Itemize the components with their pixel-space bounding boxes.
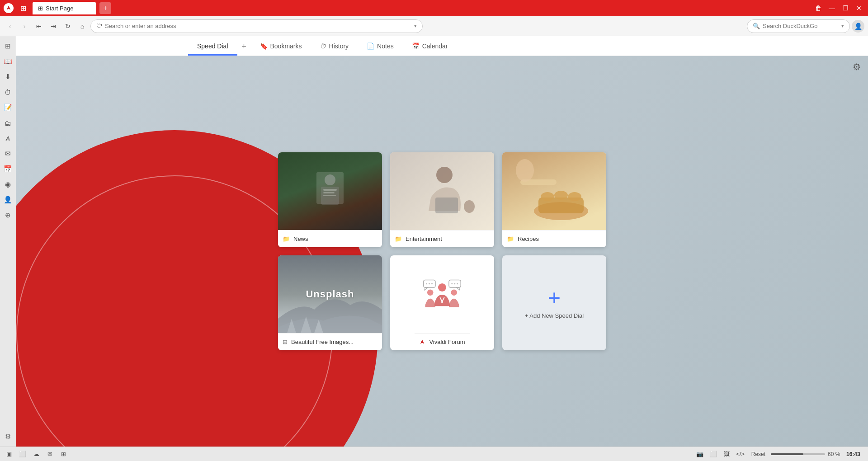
- sidebar-item-history[interactable]: ⏱: [1, 85, 15, 99]
- speed-dial-card-entertainment[interactable]: 📁 Entertainment: [390, 152, 494, 247]
- reload-button[interactable]: ↻: [61, 20, 74, 33]
- svg-point-18: [438, 283, 446, 292]
- speed-dial-card-unsplash[interactable]: Unsplash ⊞ Beautiful Free Images...: [278, 255, 382, 350]
- tab-speed-dial[interactable]: Speed Dial: [188, 38, 237, 56]
- svg-rect-7: [435, 198, 458, 213]
- vivaldi-forum-illustration: [422, 255, 462, 333]
- add-new-label: + Add New Speed Dial: [525, 312, 584, 319]
- sidebar-item-notes[interactable]: 📝: [1, 100, 15, 115]
- tab-calendar[interactable]: 📅 Calendar: [403, 38, 457, 56]
- shield-icon: 🛡: [96, 23, 102, 29]
- svg-point-29: [441, 301, 443, 303]
- maximize-button[interactable]: ❐: [840, 3, 851, 14]
- entertainment-thumbnail: [390, 152, 494, 230]
- news-card-label: News: [293, 235, 308, 242]
- status-right: 📷 ⬜ 🖼 </> Reset 60 % 16:43: [694, 449, 864, 460]
- sidebar-item-feeds[interactable]: ◉: [1, 177, 15, 192]
- address-input[interactable]: [105, 23, 411, 29]
- search-dropdown-icon[interactable]: ▾: [841, 23, 844, 29]
- minimize-button[interactable]: —: [826, 3, 837, 14]
- recipes-card-label: Recipes: [518, 235, 539, 242]
- speed-dial-card-news[interactable]: 📁 News: [278, 152, 382, 247]
- image-button[interactable]: 🖼: [722, 449, 732, 460]
- screenshot-button[interactable]: 📷: [694, 449, 705, 460]
- sidebar-item-mail[interactable]: ✉: [1, 146, 15, 161]
- entertainment-card-label: Entertainment: [406, 235, 442, 242]
- profile-button[interactable]: 👤: [852, 20, 864, 33]
- entertainment-folder-icon: 📁: [395, 235, 402, 242]
- svg-point-24: [431, 283, 433, 284]
- tab-add-button[interactable]: +: [237, 38, 251, 56]
- zoom-slider[interactable]: [771, 453, 825, 455]
- unsplash-card-footer: ⊞ Beautiful Free Images...: [278, 333, 382, 350]
- zoom-slider-fill: [771, 453, 803, 455]
- notes-tab-icon: 📄: [367, 42, 374, 50]
- recipes-card-image: [502, 152, 606, 230]
- notes-tab-label: Notes: [377, 42, 394, 50]
- delete-button[interactable]: 🗑: [813, 3, 824, 14]
- tab-history[interactable]: ⏱ History: [311, 38, 358, 56]
- unsplash-text-overlay: Unsplash: [306, 288, 354, 300]
- svg-point-13: [554, 191, 568, 200]
- address-bar: ‹ › ⇤ ⇥ ↻ ⌂ 🛡 ▾ 🔍 ▾ 👤: [0, 16, 868, 36]
- vivaldi-footer-icon: [419, 339, 425, 346]
- speed-dial-area: ⚙: [16, 56, 868, 447]
- speed-dial-card-recipes[interactable]: 📁 Recipes: [502, 152, 606, 247]
- search-bar[interactable]: 🔍 ▾: [747, 19, 850, 33]
- sidebar-item-speed-dial[interactable]: ⊞: [1, 39, 15, 53]
- sidebar-item-settings[interactable]: ⚙: [1, 429, 15, 444]
- active-tab[interactable]: ⊞ Start Page: [33, 2, 96, 14]
- main-layout: ⊞ 📖 ⬇ ⏱ 📝 🗂 A ✉ 📅 ◉ 👤 ⊕ ⚙ Speed Dial + 🔖…: [0, 36, 868, 447]
- svg-rect-2: [323, 189, 337, 191]
- svg-point-28: [457, 283, 458, 284]
- address-bar-input-wrap[interactable]: 🛡 ▾: [90, 19, 423, 33]
- window-controls: 🗑 — ❐ ✕: [813, 3, 864, 14]
- speed-dial-settings-button[interactable]: ⚙: [853, 61, 861, 72]
- sidebar-item-add-panel[interactable]: ⊕: [1, 208, 15, 222]
- code-button[interactable]: </>: [735, 449, 746, 460]
- time-display: 16:43: [846, 451, 864, 457]
- svg-rect-3: [323, 192, 335, 193]
- status-tab-button[interactable]: ⬜: [17, 449, 28, 460]
- sidebar-item-contacts[interactable]: 👤: [1, 193, 15, 207]
- sidebar-item-downloads[interactable]: ⬇: [1, 70, 15, 84]
- unsplash-card-image: Unsplash: [278, 255, 382, 333]
- reset-button[interactable]: Reset: [749, 450, 768, 458]
- fastforward-button[interactable]: ⇥: [47, 20, 60, 33]
- sidebar: ⊞ 📖 ⬇ ⏱ 📝 🗂 A ✉ 📅 ◉ 👤 ⊕ ⚙: [0, 36, 16, 447]
- back-button[interactable]: ‹: [4, 20, 16, 33]
- rewind-button[interactable]: ⇤: [33, 20, 45, 33]
- status-calendar-status-button[interactable]: ⊞: [58, 449, 69, 460]
- new-tab-button[interactable]: +: [99, 2, 111, 14]
- sidebar-item-reading[interactable]: 📖: [1, 54, 15, 69]
- svg-point-26: [451, 283, 453, 284]
- recipes-thumbnail: [502, 152, 606, 230]
- home-button[interactable]: ⌂: [76, 20, 89, 33]
- status-panel-button[interactable]: ▣: [4, 449, 14, 460]
- tab-bookmarks[interactable]: 🔖 Bookmarks: [251, 38, 311, 56]
- sidebar-item-panel[interactable]: 🗂: [1, 116, 15, 130]
- svg-point-16: [516, 159, 534, 182]
- status-mail-button[interactable]: ✉: [44, 449, 55, 460]
- apps-icon[interactable]: ⊞: [17, 2, 29, 14]
- svg-point-19: [427, 290, 434, 296]
- search-input[interactable]: [763, 23, 839, 29]
- history-tab-label: History: [329, 42, 349, 50]
- forward-button[interactable]: ›: [18, 20, 31, 33]
- speed-dial-card-vivaldi-forum[interactable]: Vivaldi Forum: [390, 255, 494, 350]
- window-button[interactable]: ⬜: [708, 449, 719, 460]
- address-dropdown-icon[interactable]: ▾: [414, 23, 417, 29]
- unsplash-thumbnail: Unsplash: [278, 255, 382, 333]
- tab-favicon: ⊞: [38, 5, 43, 12]
- vivaldi-forum-card-footer: Vivaldi Forum: [415, 333, 469, 350]
- recipes-card-footer: 📁 Recipes: [502, 230, 606, 247]
- sidebar-item-calendar[interactable]: 📅: [1, 162, 15, 176]
- close-button[interactable]: ✕: [854, 3, 864, 14]
- speed-dial-card-add-new[interactable]: + + Add New Speed Dial: [502, 255, 606, 350]
- speed-dial-grid: 📁 News: [278, 152, 606, 350]
- vivaldi-logo: [4, 3, 14, 13]
- tab-notes[interactable]: 📄 Notes: [358, 38, 403, 56]
- zoom-level: 60 %: [828, 451, 844, 457]
- status-sync-button[interactable]: ☁: [31, 449, 42, 460]
- sidebar-item-translate[interactable]: A: [1, 131, 15, 146]
